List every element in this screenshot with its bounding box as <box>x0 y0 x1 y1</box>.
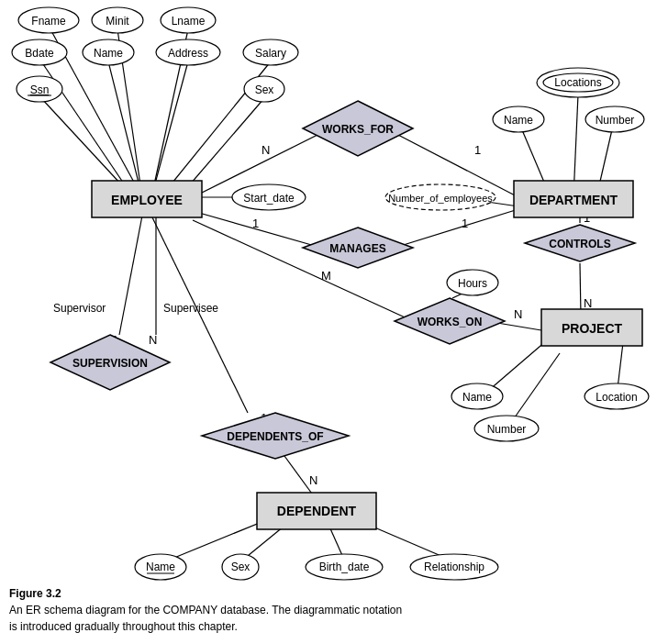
manages-1-dept-label: 1 <box>462 217 468 230</box>
manages-1-emp-label: 1 <box>252 217 259 230</box>
department-label: DEPARTMENT <box>529 193 618 207</box>
bdate-label: Bdate <box>25 47 54 60</box>
works-on-m-label: M <box>321 269 331 283</box>
relationship-label: Relationship <box>424 561 484 573</box>
dep-name-label: Name <box>146 561 175 573</box>
works-on-n-label: N <box>514 307 522 321</box>
dependents-of-label: DEPENDENTS_OF <box>227 430 323 443</box>
supervision-n-label: N <box>149 333 157 347</box>
caption-line2: is introduced gradually throughout this … <box>9 620 238 633</box>
svg-line-21 <box>510 353 560 424</box>
dept-number-label: Number <box>596 114 635 127</box>
ssn-label: Ssn <box>30 83 50 96</box>
fname-label: Fname <box>31 15 66 28</box>
salary-label: Salary <box>255 47 286 60</box>
dependent-label: DEPENDENT <box>277 504 357 518</box>
svg-line-5 <box>151 61 188 197</box>
location-label: Location <box>596 391 637 404</box>
caption-line1: An ER schema diagram for the COMPANY dat… <box>9 604 402 616</box>
controls-n-label: N <box>584 296 592 310</box>
hours-label: Hours <box>458 277 487 290</box>
works-for-n-label: N <box>262 143 270 157</box>
controls-label: CONTROLS <box>549 238 610 250</box>
svg-line-13 <box>395 209 518 248</box>
sex-emp-label: Sex <box>255 83 274 96</box>
figure-caption: Figure 3.2 An ER schema diagram for the … <box>9 585 402 635</box>
minit-label: Minit <box>106 15 129 28</box>
emp-name-label: Name <box>94 47 123 60</box>
works-on-label: WORKS_ON <box>418 316 483 328</box>
proj-name-label: Name <box>462 391 492 404</box>
supervision-label: SUPERVISION <box>72 357 148 370</box>
figure-title: Figure 3.2 <box>9 587 61 600</box>
project-label: PROJECT <box>562 321 623 336</box>
start-date-label: Start_date <box>243 192 295 205</box>
svg-line-26 <box>119 216 142 335</box>
lname-label: Lname <box>172 15 206 28</box>
employee-label: EMPLOYEE <box>111 193 183 207</box>
supervisee-label: Supervisee <box>163 302 218 315</box>
er-diagram-canvas: N 1 1 1 1 N <box>0 0 668 644</box>
works-for-label: WORKS_FOR <box>322 123 394 136</box>
dep-sex-label: Sex <box>231 561 250 573</box>
locations-label: Locations <box>554 76 601 89</box>
address-label: Address <box>168 47 208 60</box>
manages-label: MANAGES <box>329 242 385 255</box>
birth-date-label: Birth_date <box>319 561 370 573</box>
proj-number-label: Number <box>487 423 527 436</box>
er-diagram-svg: N 1 1 1 1 N <box>0 0 668 644</box>
dept-name-label: Name <box>504 114 533 127</box>
svg-line-30 <box>170 518 271 560</box>
supervisor-label: Supervisor <box>53 302 106 315</box>
works-for-1-label: 1 <box>474 143 481 157</box>
num-employees-label: Number_of_employees <box>388 193 493 204</box>
dependents-n-label: N <box>309 473 317 487</box>
